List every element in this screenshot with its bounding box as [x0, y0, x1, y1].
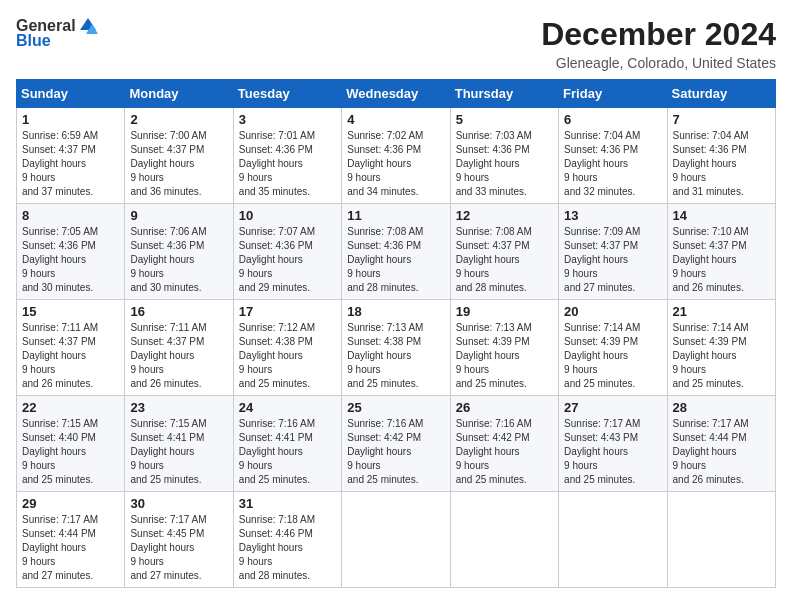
day-info: Sunrise: 7:02 AMSunset: 4:36 PMDaylight …: [347, 129, 444, 199]
day-info: Sunrise: 7:17 AMSunset: 4:43 PMDaylight …: [564, 417, 661, 487]
calendar-cell: 15Sunrise: 7:11 AMSunset: 4:37 PMDayligh…: [17, 300, 125, 396]
calendar-cell: 12Sunrise: 7:08 AMSunset: 4:37 PMDayligh…: [450, 204, 558, 300]
calendar-cell: 22Sunrise: 7:15 AMSunset: 4:40 PMDayligh…: [17, 396, 125, 492]
day-number: 9: [130, 208, 227, 223]
calendar-cell: 24Sunrise: 7:16 AMSunset: 4:41 PMDayligh…: [233, 396, 341, 492]
day-number: 26: [456, 400, 553, 415]
calendar-cell: 19Sunrise: 7:13 AMSunset: 4:39 PMDayligh…: [450, 300, 558, 396]
calendar-cell: 9Sunrise: 7:06 AMSunset: 4:36 PMDaylight…: [125, 204, 233, 300]
calendar-cell: 25Sunrise: 7:16 AMSunset: 4:42 PMDayligh…: [342, 396, 450, 492]
calendar-cell: 7Sunrise: 7:04 AMSunset: 4:36 PMDaylight…: [667, 108, 775, 204]
weekday-header: Tuesday: [233, 80, 341, 108]
day-info: Sunrise: 7:11 AMSunset: 4:37 PMDaylight …: [22, 321, 119, 391]
logo-blue: Blue: [16, 32, 51, 50]
calendar-week-row: 22Sunrise: 7:15 AMSunset: 4:40 PMDayligh…: [17, 396, 776, 492]
calendar-cell: 28Sunrise: 7:17 AMSunset: 4:44 PMDayligh…: [667, 396, 775, 492]
calendar-cell: 29Sunrise: 7:17 AMSunset: 4:44 PMDayligh…: [17, 492, 125, 588]
day-number: 10: [239, 208, 336, 223]
day-info: Sunrise: 7:08 AMSunset: 4:37 PMDaylight …: [456, 225, 553, 295]
day-info: Sunrise: 7:10 AMSunset: 4:37 PMDaylight …: [673, 225, 770, 295]
day-number: 31: [239, 496, 336, 511]
weekday-header: Saturday: [667, 80, 775, 108]
weekday-header: Thursday: [450, 80, 558, 108]
calendar-cell: 18Sunrise: 7:13 AMSunset: 4:38 PMDayligh…: [342, 300, 450, 396]
calendar-cell: 21Sunrise: 7:14 AMSunset: 4:39 PMDayligh…: [667, 300, 775, 396]
day-info: Sunrise: 7:14 AMSunset: 4:39 PMDaylight …: [673, 321, 770, 391]
calendar-cell: [342, 492, 450, 588]
title-block: December 2024 Gleneagle, Colorado, Unite…: [541, 16, 776, 71]
day-info: Sunrise: 7:11 AMSunset: 4:37 PMDaylight …: [130, 321, 227, 391]
day-info: Sunrise: 6:59 AMSunset: 4:37 PMDaylight …: [22, 129, 119, 199]
weekday-header: Wednesday: [342, 80, 450, 108]
day-number: 12: [456, 208, 553, 223]
day-number: 22: [22, 400, 119, 415]
weekday-header: Friday: [559, 80, 667, 108]
calendar-table: SundayMondayTuesdayWednesdayThursdayFrid…: [16, 79, 776, 588]
day-number: 28: [673, 400, 770, 415]
calendar-cell: 20Sunrise: 7:14 AMSunset: 4:39 PMDayligh…: [559, 300, 667, 396]
day-number: 25: [347, 400, 444, 415]
calendar-cell: 4Sunrise: 7:02 AMSunset: 4:36 PMDaylight…: [342, 108, 450, 204]
day-number: 17: [239, 304, 336, 319]
calendar-cell: 2Sunrise: 7:00 AMSunset: 4:37 PMDaylight…: [125, 108, 233, 204]
calendar-cell: 23Sunrise: 7:15 AMSunset: 4:41 PMDayligh…: [125, 396, 233, 492]
day-number: 5: [456, 112, 553, 127]
weekday-header: Sunday: [17, 80, 125, 108]
day-info: Sunrise: 7:04 AMSunset: 4:36 PMDaylight …: [564, 129, 661, 199]
day-number: 18: [347, 304, 444, 319]
day-info: Sunrise: 7:13 AMSunset: 4:39 PMDaylight …: [456, 321, 553, 391]
calendar-cell: 16Sunrise: 7:11 AMSunset: 4:37 PMDayligh…: [125, 300, 233, 396]
day-info: Sunrise: 7:14 AMSunset: 4:39 PMDaylight …: [564, 321, 661, 391]
day-info: Sunrise: 7:03 AMSunset: 4:36 PMDaylight …: [456, 129, 553, 199]
day-info: Sunrise: 7:15 AMSunset: 4:41 PMDaylight …: [130, 417, 227, 487]
day-info: Sunrise: 7:17 AMSunset: 4:44 PMDaylight …: [22, 513, 119, 583]
page-header: General Blue December 2024 Gleneagle, Co…: [16, 16, 776, 71]
day-number: 30: [130, 496, 227, 511]
calendar-cell: 30Sunrise: 7:17 AMSunset: 4:45 PMDayligh…: [125, 492, 233, 588]
calendar-cell: 6Sunrise: 7:04 AMSunset: 4:36 PMDaylight…: [559, 108, 667, 204]
day-number: 3: [239, 112, 336, 127]
calendar-cell: 1Sunrise: 6:59 AMSunset: 4:37 PMDaylight…: [17, 108, 125, 204]
day-number: 24: [239, 400, 336, 415]
calendar-week-row: 1Sunrise: 6:59 AMSunset: 4:37 PMDaylight…: [17, 108, 776, 204]
calendar-cell: 3Sunrise: 7:01 AMSunset: 4:36 PMDaylight…: [233, 108, 341, 204]
day-number: 19: [456, 304, 553, 319]
calendar-week-row: 29Sunrise: 7:17 AMSunset: 4:44 PMDayligh…: [17, 492, 776, 588]
calendar-cell: [559, 492, 667, 588]
calendar-cell: 17Sunrise: 7:12 AMSunset: 4:38 PMDayligh…: [233, 300, 341, 396]
calendar-cell: 14Sunrise: 7:10 AMSunset: 4:37 PMDayligh…: [667, 204, 775, 300]
weekday-header-row: SundayMondayTuesdayWednesdayThursdayFrid…: [17, 80, 776, 108]
day-number: 7: [673, 112, 770, 127]
day-number: 4: [347, 112, 444, 127]
day-info: Sunrise: 7:12 AMSunset: 4:38 PMDaylight …: [239, 321, 336, 391]
day-info: Sunrise: 7:16 AMSunset: 4:41 PMDaylight …: [239, 417, 336, 487]
weekday-header: Monday: [125, 80, 233, 108]
day-info: Sunrise: 7:07 AMSunset: 4:36 PMDaylight …: [239, 225, 336, 295]
day-number: 2: [130, 112, 227, 127]
day-number: 16: [130, 304, 227, 319]
day-number: 11: [347, 208, 444, 223]
day-info: Sunrise: 7:05 AMSunset: 4:36 PMDaylight …: [22, 225, 119, 295]
calendar-cell: 11Sunrise: 7:08 AMSunset: 4:36 PMDayligh…: [342, 204, 450, 300]
day-info: Sunrise: 7:17 AMSunset: 4:45 PMDaylight …: [130, 513, 227, 583]
calendar-cell: 10Sunrise: 7:07 AMSunset: 4:36 PMDayligh…: [233, 204, 341, 300]
day-info: Sunrise: 7:16 AMSunset: 4:42 PMDaylight …: [456, 417, 553, 487]
day-info: Sunrise: 7:17 AMSunset: 4:44 PMDaylight …: [673, 417, 770, 487]
day-number: 6: [564, 112, 661, 127]
location: Gleneagle, Colorado, United States: [541, 55, 776, 71]
day-info: Sunrise: 7:09 AMSunset: 4:37 PMDaylight …: [564, 225, 661, 295]
month-title: December 2024: [541, 16, 776, 53]
day-number: 15: [22, 304, 119, 319]
calendar-week-row: 15Sunrise: 7:11 AMSunset: 4:37 PMDayligh…: [17, 300, 776, 396]
calendar-cell: 26Sunrise: 7:16 AMSunset: 4:42 PMDayligh…: [450, 396, 558, 492]
day-info: Sunrise: 7:15 AMSunset: 4:40 PMDaylight …: [22, 417, 119, 487]
day-info: Sunrise: 7:08 AMSunset: 4:36 PMDaylight …: [347, 225, 444, 295]
calendar-cell: [667, 492, 775, 588]
day-number: 1: [22, 112, 119, 127]
day-info: Sunrise: 7:04 AMSunset: 4:36 PMDaylight …: [673, 129, 770, 199]
logo: General Blue: [16, 16, 98, 50]
day-info: Sunrise: 7:13 AMSunset: 4:38 PMDaylight …: [347, 321, 444, 391]
calendar-week-row: 8Sunrise: 7:05 AMSunset: 4:36 PMDaylight…: [17, 204, 776, 300]
day-number: 14: [673, 208, 770, 223]
day-info: Sunrise: 7:06 AMSunset: 4:36 PMDaylight …: [130, 225, 227, 295]
